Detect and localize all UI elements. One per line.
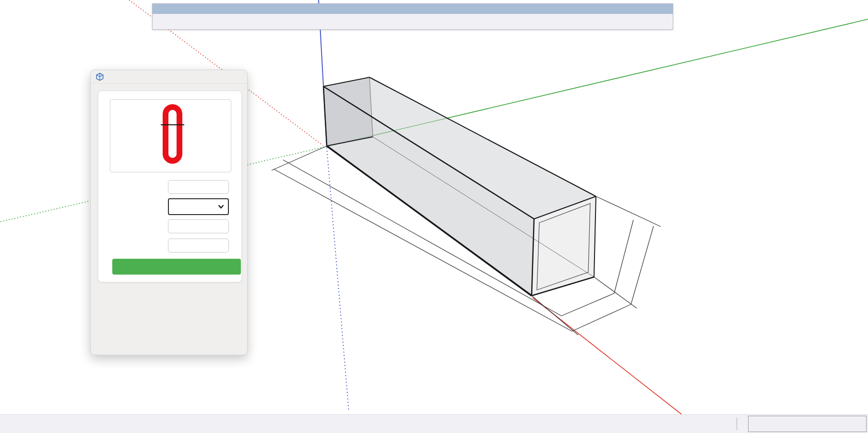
rebar-toolbar-window bbox=[152, 3, 673, 30]
chevron-down-icon bbox=[218, 204, 224, 209]
dialog-card bbox=[98, 91, 242, 282]
dia-select[interactable] bbox=[168, 198, 229, 215]
rebar-330-shape bbox=[163, 104, 182, 164]
bend-marker-line bbox=[161, 124, 184, 125]
toolbar-titlebar[interactable] bbox=[153, 4, 673, 14]
toolbar-close-icon[interactable] bbox=[662, 5, 670, 13]
shape-diagram bbox=[110, 99, 231, 172]
statusbar-divider bbox=[736, 418, 737, 430]
status-bar bbox=[0, 414, 868, 433]
rebar-dialog bbox=[90, 70, 248, 355]
measurements-box[interactable] bbox=[748, 416, 867, 432]
toolbar-buttons bbox=[153, 14, 673, 30]
a-input[interactable] bbox=[168, 239, 229, 253]
concrete-beam bbox=[323, 77, 596, 296]
create-button[interactable] bbox=[112, 259, 241, 275]
dialog-titlebar[interactable] bbox=[91, 70, 247, 84]
man-input[interactable] bbox=[168, 219, 229, 233]
extension-logo-icon bbox=[95, 72, 104, 81]
name-input[interactable] bbox=[168, 180, 229, 194]
